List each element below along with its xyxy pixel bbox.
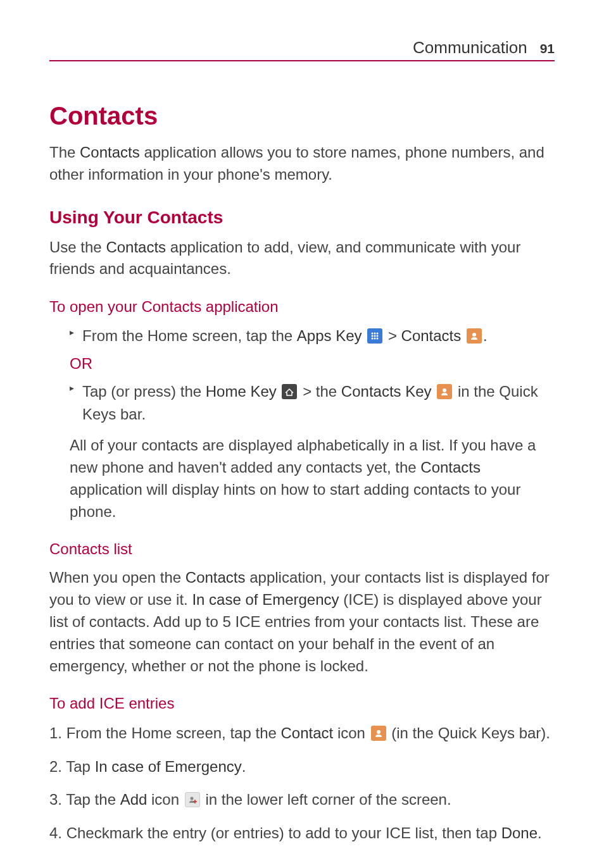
app-name-contacts: Contacts xyxy=(420,459,481,476)
apps-key-label: Apps Key xyxy=(297,327,362,344)
home-key-label: Home Key xyxy=(206,383,277,400)
app-name-contacts: Contacts xyxy=(106,239,166,256)
svg-point-2 xyxy=(377,332,379,334)
svg-point-1 xyxy=(374,332,376,334)
bullet-item: From the Home screen, tap the Apps Key >… xyxy=(70,325,555,347)
bullet-text: Tap (or press) the Home Key > the Contac… xyxy=(70,380,555,426)
page-number: 91 xyxy=(540,41,555,56)
svg-point-4 xyxy=(374,335,376,337)
ice-label: In case of Emergency xyxy=(95,758,242,775)
contacts-key-label: Contacts Key xyxy=(341,383,432,400)
bullet-text: From the Home screen, tap the Apps Key >… xyxy=(70,325,555,347)
text: > xyxy=(384,327,401,344)
page-title: Contacts xyxy=(49,102,555,130)
contact-label: Contact xyxy=(281,724,334,741)
step-number: 2. xyxy=(49,758,66,775)
svg-point-8 xyxy=(377,337,379,339)
contacts-icon xyxy=(467,328,482,344)
text: The xyxy=(49,144,80,161)
text: icon xyxy=(333,724,369,741)
intro-paragraph: The Contacts application allows you to s… xyxy=(49,142,555,186)
using-paragraph: Use the Contacts application to add, vie… xyxy=(49,237,555,281)
contacts-quick-icon xyxy=(437,384,452,399)
svg-point-10 xyxy=(443,388,446,392)
app-name-contacts: Contacts xyxy=(186,569,246,586)
svg-point-0 xyxy=(372,332,374,334)
svg-point-7 xyxy=(374,337,376,339)
using-your-contacts-heading: Using Your Contacts xyxy=(49,208,555,228)
contacts-label: Contacts xyxy=(401,327,462,344)
svg-point-3 xyxy=(372,335,374,337)
page-header: Communication 91 xyxy=(49,38,555,61)
home-key-icon xyxy=(282,384,297,399)
text: Tap the xyxy=(66,791,120,808)
done-label: Done xyxy=(501,824,538,841)
apps-key-icon xyxy=(367,328,382,344)
text: When you open the xyxy=(49,569,186,586)
text: Checkmark the entry (or entries) to add … xyxy=(66,824,501,841)
text: in the lower left corner of the screen. xyxy=(201,791,451,808)
contacts-list-heading: Contacts list xyxy=(49,540,555,558)
ice-label: In case of Emergency xyxy=(192,591,339,608)
svg-point-11 xyxy=(377,730,381,734)
step-3: 3. Tap the Add icon in the lower left co… xyxy=(49,788,555,812)
step-number: 3. xyxy=(49,791,66,808)
text: . xyxy=(538,824,542,841)
open-description: All of your contacts are displayed alpha… xyxy=(70,435,555,523)
text: > the xyxy=(298,383,341,400)
text: (in the Quick Keys bar). xyxy=(387,724,550,741)
step-2: 2. Tap In case of Emergency. xyxy=(49,755,555,779)
contacts-quick-icon xyxy=(371,726,386,741)
text: icon xyxy=(147,791,183,808)
contacts-list-paragraph: When you open the Contacts application, … xyxy=(49,567,555,677)
section-title: Communication xyxy=(413,38,527,58)
add-label: Add xyxy=(120,791,148,808)
text: Tap xyxy=(66,758,94,775)
add-contact-icon xyxy=(185,792,200,807)
svg-point-12 xyxy=(190,797,193,800)
text: . xyxy=(483,327,488,344)
step-4: 4. Checkmark the entry (or entries) to a… xyxy=(49,821,555,845)
app-name-contacts: Contacts xyxy=(80,144,140,161)
to-open-contacts-heading: To open your Contacts application xyxy=(49,298,555,316)
step-1: 1. From the Home screen, tap the Contact… xyxy=(49,721,555,745)
step-number: 4. xyxy=(49,824,66,841)
bullet-item: Tap (or press) the Home Key > the Contac… xyxy=(70,380,555,426)
svg-point-9 xyxy=(472,333,476,337)
text: Tap (or press) the xyxy=(82,383,206,400)
text: From the Home screen, tap the xyxy=(82,327,297,344)
text: Use the xyxy=(49,239,106,256)
to-add-ice-heading: To add ICE entries xyxy=(49,695,555,712)
svg-point-5 xyxy=(377,335,379,337)
text: . xyxy=(242,758,246,775)
or-separator: OR xyxy=(70,355,555,373)
svg-point-6 xyxy=(372,337,374,339)
text: application will display hints on how to… xyxy=(70,481,520,520)
step-number: 1. xyxy=(49,724,66,741)
text: From the Home screen, tap the xyxy=(66,724,281,741)
